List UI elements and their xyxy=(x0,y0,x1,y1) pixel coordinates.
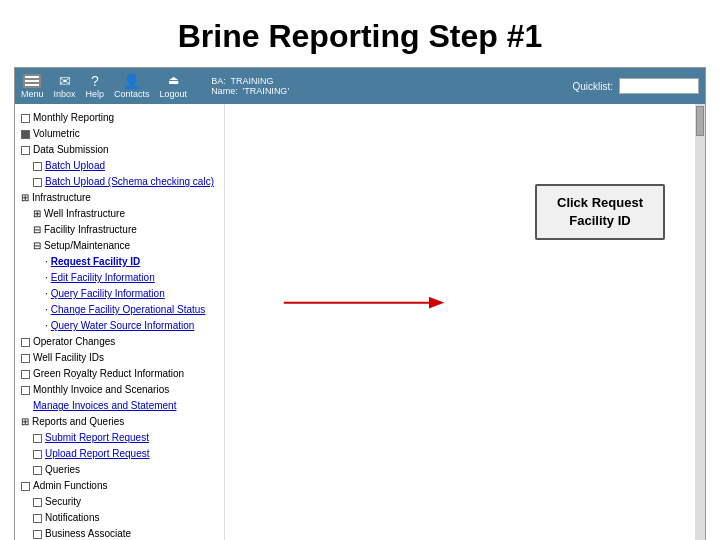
quicklist-input[interactable] xyxy=(619,78,699,94)
callout-box: Click Request Facility ID xyxy=(535,184,665,240)
list-item: Monthly Invoice and Scenarios xyxy=(19,382,220,398)
contacts-button[interactable]: 👤 Contacts xyxy=(114,73,150,99)
list-item: ⊞ Reports and Queries xyxy=(19,414,220,430)
list-item[interactable]: · Change Facility Operational Status xyxy=(19,302,220,318)
inbox-button[interactable]: ✉ Inbox xyxy=(54,73,76,99)
list-item: Green Royalty Reduct Information xyxy=(19,366,220,382)
list-item[interactable]: · Query Facility Information xyxy=(19,286,220,302)
list-item: Volumetric xyxy=(19,126,220,142)
scrollbar[interactable] xyxy=(695,104,705,540)
menu-label: Menu xyxy=(21,89,44,99)
list-item[interactable]: · Query Water Source Information xyxy=(19,318,220,334)
list-item[interactable]: · Edit Facility Information xyxy=(19,270,220,286)
list-item[interactable]: Batch Upload xyxy=(19,158,220,174)
list-item: Data Submission xyxy=(19,142,220,158)
nav-panel: Monthly Reporting Volumetric Data Submis… xyxy=(15,104,225,540)
list-item: ⊟ Facility Infrastructure xyxy=(19,222,220,238)
list-item[interactable]: Batch Upload (Schema checking calc) xyxy=(19,174,220,190)
page-title: Brine Reporting Step #1 xyxy=(0,0,720,67)
list-item: Admin Functions xyxy=(19,478,220,494)
menu-button[interactable]: Menu xyxy=(21,74,44,99)
help-button[interactable]: ? Help xyxy=(86,73,105,99)
list-item: ⊞ Infrastructure xyxy=(19,190,220,206)
ba-info: BA: TRAINING Name: 'TRAINING' xyxy=(211,76,289,96)
list-item: ⊞ Well Infrastructure xyxy=(19,206,220,222)
list-item: Well Facility IDs xyxy=(19,350,220,366)
list-item: Monthly Reporting xyxy=(19,110,220,126)
scrollbar-thumb[interactable] xyxy=(696,106,704,136)
inbox-label: Inbox xyxy=(54,89,76,99)
contacts-label: Contacts xyxy=(114,89,150,99)
quicklist-label: Quicklist: xyxy=(572,81,613,92)
list-item: Queries xyxy=(19,462,220,478)
logout-label: Logout xyxy=(160,89,188,99)
list-item[interactable]: Manage Invoices and Statement xyxy=(19,398,220,414)
help-label: Help xyxy=(86,89,105,99)
list-item[interactable]: Upload Report Request xyxy=(19,446,220,462)
app-window: Menu ✉ Inbox ? Help 👤 Contacts ⏏ Logout … xyxy=(14,67,706,540)
toolbar: Menu ✉ Inbox ? Help 👤 Contacts ⏏ Logout … xyxy=(15,68,705,104)
list-item: Operator Changes xyxy=(19,334,220,350)
list-item: Notifications xyxy=(19,510,220,526)
list-item: Security xyxy=(19,494,220,510)
content-area: Click Request Facility ID xyxy=(225,104,705,540)
logout-button[interactable]: ⏏ Logout xyxy=(160,73,188,99)
list-item: ⊟ Setup/Maintenance xyxy=(19,238,220,254)
request-facility-id-link[interactable]: · Request Facility ID xyxy=(19,254,220,270)
list-item: Business Associate xyxy=(19,526,220,540)
list-item[interactable]: Submit Report Request xyxy=(19,430,220,446)
